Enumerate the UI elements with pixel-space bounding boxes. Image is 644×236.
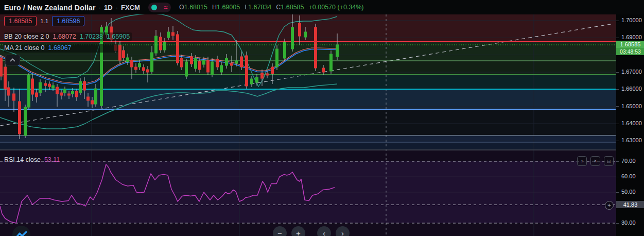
symbol-title[interactable]: Euro / New Zealand Dollar [4,4,96,12]
buy-ask-button[interactable]: 1.68596 [52,16,84,26]
candle-body [36,93,38,97]
candle-body [231,63,233,65]
candle-body [207,60,210,72]
candle-body [235,61,238,63]
axis-tick-mark [616,106,619,107]
axis-tick-mark [616,192,619,193]
price-axis[interactable]: 1 NZD 1.68585 03:48:53 41.83 1.700001.69… [616,0,644,236]
tradingview-logo-icon [16,231,27,236]
candle-body [48,84,51,87]
axis-price-label: 1.65000 [621,103,642,109]
price-zone [0,61,616,75]
candle-body [68,94,71,95]
axis-price-label: 50.00 [621,189,636,195]
candle-body [336,45,339,57]
sell-bid-button[interactable]: 1.68585 [4,16,37,26]
candle-body [195,58,197,69]
candle-body [261,73,264,78]
candle-body [31,79,34,94]
ohlc-close: C1.68585 [276,4,304,11]
candle-body [315,27,317,68]
candle-body [291,27,294,49]
candle-body [330,54,333,71]
collapse-legend-button[interactable] [5,55,20,65]
candle-body [160,37,162,50]
candle-body [24,107,27,136]
move-pane-up-button[interactable]: ↑ [577,156,587,166]
bb-upper-value: 1.70238 [80,33,103,40]
ma-indicator-legend[interactable]: MA 21 close 0 1.68067 [4,44,118,53]
separator-dot: · [99,4,101,11]
axis-price-label: 1.63000 [621,137,642,143]
axis-price-label: 1.64000 [621,120,642,126]
pane-separator [0,149,644,150]
candle-body [52,86,55,88]
rsi-level-badge: 41.83 [616,201,644,208]
ohlc-row: O1.68015 H1.69005 L1.67834 C1.68585 +0.0… [179,4,364,11]
separator-dot: · [116,4,118,11]
ohlc-low: L1.67834 [245,4,271,11]
candle-body [225,58,228,65]
axis-price-label: 1.70000 [621,17,642,23]
axis-tick-mark [616,161,619,162]
add-alert-plus-icon[interactable]: + [605,201,614,210]
price-zone [0,136,616,142]
candle-body [91,100,94,104]
price-zone [0,142,616,149]
candle-body [172,32,175,36]
candle-body [76,91,78,97]
candle-body [95,89,97,104]
candle-body [251,79,253,84]
candle-body [266,74,269,75]
candle-body [240,57,243,67]
candle-body [147,70,149,72]
axis-tick-mark [616,38,619,38]
candle-body [131,60,133,67]
last-price-label: 1.68585 [616,41,644,48]
candle-body [299,23,301,36]
market-status-toggle[interactable]: ≈ [148,3,171,12]
candle-body [44,83,47,86]
candle-body [151,53,153,72]
candle-body [127,58,129,62]
candle-body [216,59,219,67]
candle-body [119,45,121,60]
candle-body [79,81,82,93]
change-label: +0.00570 (+0.34%) [309,4,364,11]
interval-label[interactable]: 1D [104,4,113,11]
rsi-value: 53.11 [44,156,60,163]
axis-price-label: 60.00 [621,173,636,179]
candle-body [28,75,30,107]
candle-body [72,91,74,94]
candle-body [4,67,7,89]
candle-body [167,32,170,38]
axis-tick-mark [616,223,619,224]
candle-body [143,68,145,71]
close-pane-button[interactable]: × [590,156,600,166]
bb-indicator-legend[interactable]: BB 20 close 2 0 1.68072 1.70238 1.65905 [4,32,132,41]
maximize-pane-button[interactable]: □ [604,156,614,166]
candle-body [13,94,15,100]
last-price-badge: 1.68585 03:48:53 [616,41,644,55]
market-open-dot-icon [151,5,157,10]
symbol-row[interactable]: Euro / New Zealand Dollar · 1D · FXCM ≈ [4,3,171,12]
candle-body [220,65,223,72]
bb-lower-value: 1.65905 [107,33,130,40]
rsi-label: RSI 14 close [4,156,41,163]
axis-tick-mark [616,72,619,73]
quote-row: 1.68585 1.1 1.68596 [4,16,84,26]
rsi-indicator-legend[interactable]: RSI 14 close 53.11 [4,156,60,163]
axis-price-label: 1.67000 [621,69,642,75]
bar-countdown-label: 03:48:53 [616,48,644,55]
candle-body [64,89,66,93]
axis-tick-mark [616,124,619,124]
axis-tick-mark [616,21,619,21]
candle-body [304,32,307,37]
bb-label: BB 20 close 2 0 [4,33,49,40]
delayed-data-icon: ≈ [164,5,167,10]
candle-body [185,62,188,76]
ma-label: MA 21 close 0 [4,44,45,52]
rsi-pane-controls: ↑ × □ [577,156,614,166]
axis-tick-mark [616,141,619,141]
ma-value: 1.68067 [48,44,72,52]
